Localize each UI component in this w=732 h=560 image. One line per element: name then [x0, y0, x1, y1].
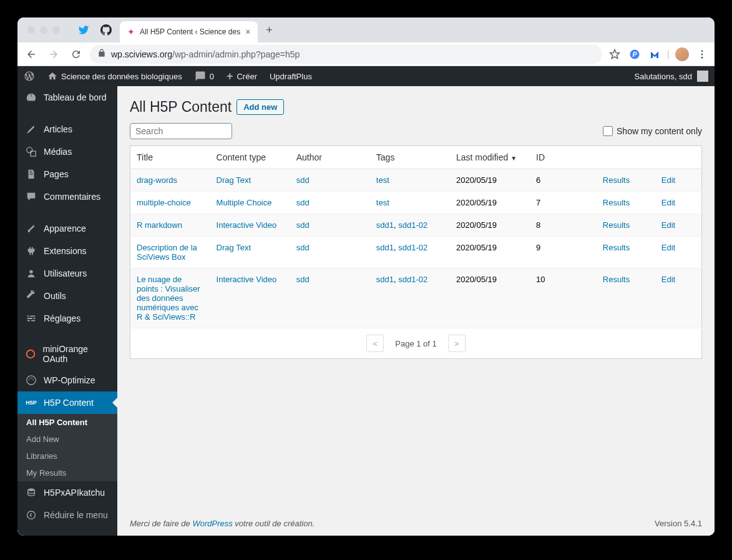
prev-page-button[interactable]: <	[366, 335, 384, 352]
pinned-tab-twitter[interactable]	[72, 19, 95, 41]
th-modified[interactable]: Last modified▼	[450, 146, 530, 169]
github-icon	[100, 24, 112, 36]
browser-tab[interactable]: ✦ All H5P Content ‹ Science des ×	[120, 21, 258, 42]
tag-link[interactable]: sdd1-02	[398, 220, 427, 230]
minimize-window[interactable]	[40, 26, 47, 34]
content-table: Title Content type Author Tags Last modi…	[130, 145, 702, 328]
tag-link[interactable]: sdd1	[376, 243, 394, 252]
wp-logo[interactable]	[17, 66, 41, 86]
results-link[interactable]: Results	[603, 198, 630, 207]
content-title-link[interactable]: multiple-choice	[137, 198, 191, 207]
add-new-button[interactable]: Add new	[237, 99, 284, 115]
collapse-menu[interactable]: Réduire le menu	[17, 504, 117, 526]
tag-link[interactable]: sdd1	[376, 275, 394, 284]
th-author[interactable]: Author	[290, 146, 370, 169]
svg-point-10	[28, 488, 35, 491]
th-id[interactable]: ID	[530, 146, 597, 169]
wordpress-link[interactable]: WordPress	[192, 519, 232, 528]
edit-link[interactable]: Edit	[661, 275, 675, 284]
extension-icon[interactable]: P	[627, 47, 642, 62]
content-type-link[interactable]: Drag Text	[217, 243, 251, 252]
svg-point-5	[27, 147, 32, 153]
th-title[interactable]: Title	[130, 146, 210, 169]
content-id: 7	[530, 192, 597, 214]
edit-link[interactable]: Edit	[661, 243, 675, 252]
create-link[interactable]: + Créer	[220, 66, 263, 86]
sidebar-item-miniorange[interactable]: miniOrange OAuth	[17, 339, 117, 369]
sidebar-item-users[interactable]: Utilisateurs	[17, 262, 117, 285]
user-menu[interactable]: Salutations, sdd	[634, 71, 715, 82]
content-title-link[interactable]: Description de la SciViews Box	[137, 243, 197, 262]
results-link[interactable]: Results	[603, 243, 630, 252]
edit-link[interactable]: Edit	[661, 198, 675, 207]
submenu-libraries[interactable]: Libraries	[17, 448, 117, 464]
tag-link[interactable]: sdd1-02	[398, 275, 427, 284]
show-my-content-toggle[interactable]: Show my content only	[603, 126, 702, 136]
th-tags[interactable]: Tags	[370, 146, 450, 169]
next-page-button[interactable]: >	[448, 335, 466, 352]
results-link[interactable]: Results	[603, 175, 630, 185]
th-type[interactable]: Content type	[210, 146, 290, 169]
sidebar-item-appearance[interactable]: Apparence	[17, 217, 117, 240]
browser-menu-icon[interactable]	[695, 47, 710, 62]
brush-icon	[25, 222, 37, 235]
profile-avatar[interactable]	[675, 47, 690, 62]
sidebar-item-pages[interactable]: Pages	[17, 163, 117, 185]
content-type-link[interactable]: Interactive Video	[217, 220, 277, 230]
content-type-link[interactable]: Interactive Video	[217, 275, 277, 284]
new-tab-button[interactable]: +	[260, 21, 278, 39]
sidebar-item-comments[interactable]: Commentaires	[17, 185, 117, 208]
pinned-tab-github[interactable]	[95, 19, 117, 41]
submenu-add-new[interactable]: Add New	[17, 431, 117, 448]
sidebar-item-settings[interactable]: Réglages	[17, 307, 117, 330]
bookmark-star-icon[interactable]	[607, 47, 622, 62]
table-row: Le nuage de points : Visualiser des donn…	[130, 268, 702, 328]
th-edit	[655, 146, 702, 169]
content-type-link[interactable]: Multiple Choice	[217, 198, 272, 207]
maximize-window[interactable]	[52, 26, 60, 34]
content-title-link[interactable]: drag-words	[137, 175, 177, 185]
results-link[interactable]: Results	[603, 275, 630, 284]
page-title: All H5P Content	[130, 99, 232, 115]
content-title-link[interactable]: R markdown	[137, 220, 182, 230]
back-button[interactable]	[22, 46, 40, 63]
close-window[interactable]	[27, 26, 35, 34]
sidebar-item-h5pxapi[interactable]: H5PxAPIkatchu	[17, 481, 117, 504]
author-link[interactable]: sdd	[296, 243, 310, 252]
author-link[interactable]: sdd	[296, 275, 310, 284]
edit-link[interactable]: Edit	[661, 175, 675, 185]
content-title-link[interactable]: Le nuage de points : Visualiser des donn…	[137, 275, 200, 322]
edit-link[interactable]: Edit	[661, 220, 675, 230]
tag-link[interactable]: sdd1-02	[398, 243, 427, 252]
updraft-link[interactable]: UpdraftPlus	[263, 66, 318, 86]
author-link[interactable]: sdd	[296, 175, 310, 185]
tag-link[interactable]: test	[376, 198, 389, 207]
tag-link[interactable]: sdd1	[376, 220, 394, 230]
malwarebytes-icon[interactable]	[647, 47, 662, 62]
sidebar-item-tools[interactable]: Outils	[17, 285, 117, 307]
author-link[interactable]: sdd	[296, 220, 310, 230]
comment-icon	[195, 71, 206, 82]
sidebar-item-dashboard[interactable]: Tableau de bord	[17, 86, 117, 109]
results-link[interactable]: Results	[603, 220, 630, 230]
tag-link[interactable]: test	[376, 175, 389, 185]
content-type-link[interactable]: Drag Text	[217, 175, 251, 185]
tab-strip: ✦ All H5P Content ‹ Science des × +	[17, 17, 715, 42]
address-bar: wp.sciviews.org/wp-admin/admin.php?page=…	[17, 42, 715, 66]
search-input[interactable]	[130, 123, 232, 139]
sidebar-item-plugins[interactable]: Extensions	[17, 240, 117, 262]
reload-button[interactable]	[67, 46, 85, 63]
sidebar-item-wpoptimize[interactable]: WP-Optimize	[17, 369, 117, 391]
site-link[interactable]: Science des données biologiques	[41, 66, 188, 86]
submenu-all-content[interactable]: All H5P Content	[17, 414, 117, 431]
close-tab-icon[interactable]: ×	[245, 27, 250, 37]
sidebar-item-posts[interactable]: Articles	[17, 118, 117, 140]
comments-link[interactable]: 0	[188, 66, 220, 86]
sidebar-item-h5p[interactable]: H5PH5P Content	[17, 391, 117, 414]
url-field[interactable]: wp.sciviews.org/wp-admin/admin.php?page=…	[90, 45, 602, 64]
show-my-content-checkbox[interactable]	[603, 126, 613, 136]
author-link[interactable]: sdd	[296, 198, 310, 207]
forward-button[interactable]	[45, 46, 62, 63]
submenu-my-results[interactable]: My Results	[17, 464, 117, 481]
sidebar-item-media[interactable]: Médias	[17, 140, 117, 163]
